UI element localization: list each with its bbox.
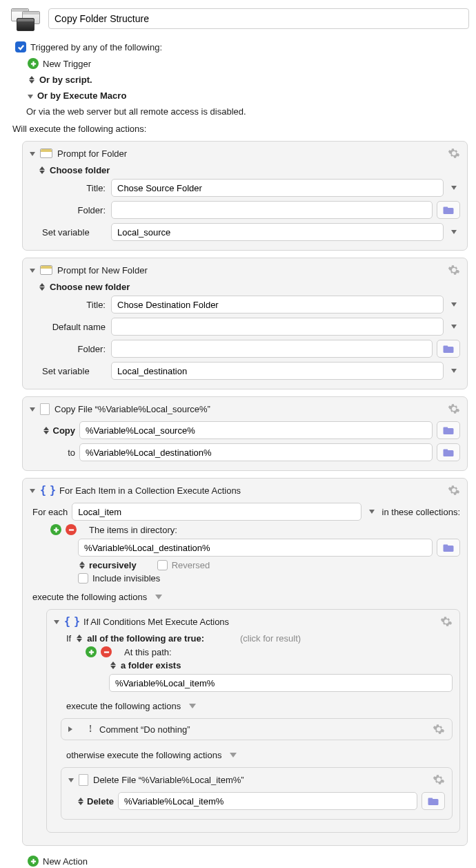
- action-title: Delete File “%Variable%Local_item%”: [93, 775, 428, 785]
- svg-rect-19: [428, 798, 433, 800]
- updown-icon[interactable]: [43, 427, 50, 434]
- folder-input[interactable]: [111, 340, 433, 358]
- window-icon: [40, 265, 52, 275]
- folder-picker-button[interactable]: [437, 539, 460, 557]
- add-icon[interactable]: [50, 524, 61, 535]
- will-execute-label: Will execute the following actions:: [3, 119, 473, 137]
- otherwise-label: otherwise execute the following actions: [66, 750, 221, 760]
- chevron-down-icon[interactable]: [30, 269, 35, 273]
- action-delete-file: Delete File “%Variable%Local_item%” Dele…: [61, 767, 453, 820]
- variable-input[interactable]: [111, 223, 444, 241]
- svg-rect-3: [444, 207, 448, 209]
- path-input[interactable]: [109, 674, 453, 692]
- items-in-directory-label: The items in directory:: [89, 525, 177, 535]
- macro-icon: [10, 8, 44, 35]
- window-icon: [40, 148, 52, 158]
- for-each-var-input[interactable]: [72, 503, 361, 521]
- add-icon[interactable]: [28, 58, 39, 69]
- updown-icon[interactable]: [38, 166, 46, 174]
- gear-icon[interactable]: [448, 484, 460, 496]
- if-label: If: [66, 633, 71, 644]
- action-for-each: { } For Each Item in a Collection Execut…: [22, 478, 468, 846]
- svg-rect-7: [444, 427, 448, 430]
- updown-icon[interactable]: [38, 283, 46, 291]
- title-input[interactable]: [111, 179, 444, 197]
- variable-input[interactable]: [111, 362, 444, 380]
- updown-icon[interactable]: [28, 76, 35, 84]
- include-invisibles-label: Include invisibles: [92, 573, 160, 584]
- title-input[interactable]: [111, 296, 444, 314]
- new-action-button[interactable]: New Action: [43, 856, 88, 867]
- folder-picker-button[interactable]: [437, 421, 460, 439]
- for-each-label: For each: [32, 507, 68, 517]
- gear-icon[interactable]: [448, 264, 460, 276]
- updown-icon[interactable]: [77, 798, 84, 805]
- braces-icon: { }: [64, 615, 79, 628]
- add-icon[interactable]: [86, 646, 97, 657]
- gear-icon[interactable]: [448, 147, 460, 160]
- or-via-web-label: Or via the web server but all remote acc…: [3, 104, 473, 119]
- chevron-down-icon[interactable]: [30, 407, 35, 412]
- copy-source-input[interactable]: [79, 421, 433, 439]
- gear-icon[interactable]: [433, 773, 445, 786]
- gear-icon[interactable]: [433, 723, 445, 735]
- updown-icon[interactable]: [109, 662, 117, 669]
- in-collections-label: in these collections:: [382, 507, 460, 517]
- triangle-down-icon[interactable]: [230, 753, 237, 758]
- choose-folder-label: Choose folder: [50, 165, 110, 175]
- delete-path-input[interactable]: [118, 792, 417, 810]
- set-variable-label: Set variable: [38, 227, 107, 238]
- reversed-checkbox[interactable]: [157, 560, 168, 570]
- folder-picker-button[interactable]: [422, 792, 445, 810]
- directory-input[interactable]: [78, 539, 433, 557]
- macro-name-input[interactable]: [48, 8, 469, 29]
- all-true-label: all of the following are true:: [87, 633, 204, 644]
- triangle-down-icon[interactable]: [189, 704, 196, 708]
- updown-icon[interactable]: [75, 635, 83, 642]
- action-title: Copy File “%Variable%Local_source%”: [54, 404, 443, 414]
- dropdown-toggle[interactable]: [448, 318, 460, 336]
- or-by-execute-macro[interactable]: Or by Execute Macro: [37, 90, 126, 101]
- updown-icon[interactable]: [78, 561, 86, 569]
- copy-dest-input[interactable]: [79, 443, 433, 461]
- file-icon: [79, 774, 88, 786]
- chevron-down-icon[interactable]: [30, 489, 35, 493]
- chevron-down-icon[interactable]: [30, 152, 35, 156]
- action-copy-file: Copy File “%Variable%Local_source%” Copy…: [22, 396, 468, 471]
- dropdown-toggle[interactable]: [448, 362, 460, 380]
- action-prompt-for-folder: Prompt for Folder Choose folder Title: F…: [22, 141, 468, 251]
- dropdown-toggle[interactable]: [448, 296, 460, 314]
- remove-icon[interactable]: [101, 646, 112, 657]
- braces-icon: { }: [40, 484, 54, 496]
- dropdown-toggle[interactable]: [448, 223, 460, 241]
- dropdown-toggle[interactable]: [448, 179, 460, 197]
- add-icon[interactable]: [28, 856, 39, 867]
- or-by-script[interactable]: Or by script.: [39, 75, 92, 85]
- action-comment: ! Comment “Do nothing”: [61, 718, 453, 740]
- include-invisibles-checkbox[interactable]: [78, 573, 88, 584]
- triangle-down-icon[interactable]: [155, 595, 162, 599]
- comment-icon: !: [86, 724, 95, 735]
- folder-input[interactable]: [111, 201, 433, 219]
- triggers-enabled-checkbox[interactable]: [15, 41, 26, 52]
- default-name-input[interactable]: [111, 318, 444, 336]
- folder-picker-button[interactable]: [437, 201, 460, 219]
- folder-picker-button[interactable]: [437, 340, 460, 358]
- chevron-right-icon[interactable]: [68, 726, 72, 732]
- new-trigger-button[interactable]: New Trigger: [43, 59, 91, 69]
- choose-new-folder-label: Choose new folder: [50, 282, 130, 292]
- title-label: Title:: [38, 183, 107, 193]
- action-title: Comment “Do nothing”: [99, 724, 428, 735]
- chevron-down-icon[interactable]: [28, 95, 33, 99]
- remove-icon[interactable]: [66, 524, 77, 535]
- folder-picker-button[interactable]: [437, 443, 460, 461]
- svg-rect-5: [444, 346, 448, 348]
- chevron-down-icon[interactable]: [68, 778, 74, 782]
- chevron-down-icon[interactable]: [54, 620, 59, 624]
- click-for-result[interactable]: (click for result): [240, 633, 301, 644]
- to-label: to: [38, 447, 75, 458]
- dropdown-toggle[interactable]: [366, 503, 378, 521]
- folder-label: Folder:: [38, 344, 107, 354]
- gear-icon[interactable]: [448, 403, 460, 415]
- gear-icon[interactable]: [440, 615, 453, 628]
